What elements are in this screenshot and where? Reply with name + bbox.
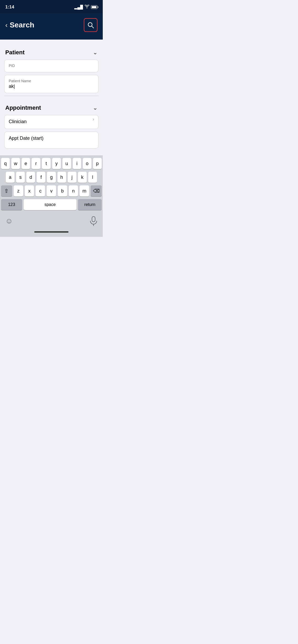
key-delete[interactable]: ⌫	[91, 185, 102, 196]
back-icon[interactable]: ‹	[5, 21, 8, 29]
patient-section-header[interactable]: Patient ⌄	[4, 46, 99, 60]
wifi-icon	[85, 5, 89, 9]
main-content: Patient ⌄ PID Patient Name ak Appointmen…	[0, 40, 103, 155]
key-y[interactable]: y	[52, 158, 61, 169]
keyboard-row-3: ⇧ z x c v b n m ⌫	[1, 185, 102, 196]
mic-icon-wrap	[90, 216, 97, 226]
section-divider	[4, 96, 99, 96]
patient-name-label: Patient Name	[9, 79, 94, 83]
key-a[interactable]: a	[6, 172, 14, 183]
key-v[interactable]: v	[47, 185, 56, 196]
search-button[interactable]	[84, 18, 97, 32]
keyboard-row-2: a s d f g h j k l	[1, 172, 102, 183]
patient-chevron-icon: ⌄	[93, 49, 97, 56]
search-icon	[87, 21, 94, 29]
nav-bar: ‹ Search	[0, 13, 103, 40]
clinician-arrow-icon: ›	[92, 117, 94, 122]
key-r[interactable]: r	[32, 158, 40, 169]
key-b[interactable]: b	[58, 185, 67, 196]
key-u[interactable]: u	[62, 158, 71, 169]
patient-section: Patient ⌄ PID Patient Name ak	[4, 46, 99, 93]
bottom-bar: ☺	[0, 214, 103, 229]
signal-icon: ▂▄█	[74, 5, 83, 9]
patient-name-value: ak	[9, 84, 94, 89]
key-m[interactable]: m	[80, 185, 89, 196]
key-h[interactable]: h	[57, 172, 66, 183]
appt-date-label: Appt Date (start)	[9, 136, 94, 141]
key-t[interactable]: t	[42, 158, 51, 169]
keyboard-row-4: 123 space return	[1, 199, 102, 210]
key-numbers[interactable]: 123	[1, 199, 22, 210]
emoji-icon[interactable]: ☺	[5, 217, 13, 225]
key-d[interactable]: d	[26, 172, 35, 183]
home-indicator	[0, 229, 103, 237]
appointment-section-title: Appointment	[5, 104, 41, 111]
key-e[interactable]: e	[22, 158, 30, 169]
key-w[interactable]: w	[11, 158, 20, 169]
patient-section-title: Patient	[5, 49, 25, 56]
appointment-section-header[interactable]: Appointment ⌄	[4, 101, 99, 115]
status-time: 1:14	[5, 4, 14, 10]
keyboard-row-1: q w e r t y u i o p	[1, 158, 102, 169]
key-k[interactable]: k	[78, 172, 87, 183]
key-c[interactable]: c	[36, 185, 45, 196]
clinician-field[interactable]: Clinician ›	[4, 115, 99, 129]
key-z[interactable]: z	[14, 185, 23, 196]
battery-icon	[91, 5, 97, 9]
key-i[interactable]: i	[73, 158, 81, 169]
key-q[interactable]: q	[1, 158, 10, 169]
key-space[interactable]: space	[24, 199, 76, 210]
home-bar	[34, 231, 69, 233]
key-x[interactable]: x	[25, 185, 34, 196]
key-g[interactable]: g	[47, 172, 56, 183]
mic-icon[interactable]	[90, 216, 97, 226]
appointment-chevron-icon: ⌄	[93, 104, 97, 111]
key-o[interactable]: o	[83, 158, 91, 169]
svg-rect-2	[92, 217, 95, 222]
key-j[interactable]: j	[68, 172, 76, 183]
key-n[interactable]: n	[69, 185, 78, 196]
key-s[interactable]: s	[16, 172, 25, 183]
key-return[interactable]: return	[78, 199, 102, 210]
pid-label: PID	[9, 64, 94, 68]
patient-name-field[interactable]: Patient Name ak	[4, 75, 99, 93]
status-bar: 1:14 ▂▄█	[0, 0, 103, 13]
page-title: Search	[10, 21, 34, 29]
appt-date-field[interactable]: Appt Date (start)	[4, 132, 99, 148]
keyboard: q w e r t y u i o p a s d f g h j k l ⇧ …	[0, 155, 103, 214]
key-l[interactable]: l	[88, 172, 97, 183]
key-shift[interactable]: ⇧	[1, 185, 12, 196]
key-p[interactable]: p	[93, 158, 102, 169]
pid-field[interactable]: PID	[4, 60, 99, 72]
key-f[interactable]: f	[37, 172, 45, 183]
svg-line-1	[92, 26, 94, 28]
status-icons: ▂▄█	[74, 5, 97, 9]
appointment-section: Appointment ⌄ Clinician › Appt Date (sta…	[4, 101, 99, 148]
nav-left: ‹ Search	[5, 21, 34, 29]
clinician-label: Clinician	[9, 119, 27, 124]
